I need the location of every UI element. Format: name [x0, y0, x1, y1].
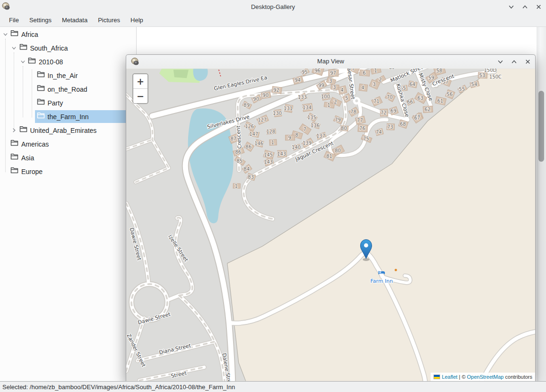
house-number: 128: [266, 129, 275, 134]
folder-icon: [19, 44, 27, 51]
chevron-down-icon[interactable]: [11, 45, 17, 52]
house-number: 62: [425, 107, 431, 112]
map-canvas[interactable]: 9596979499334576123410013321134717064656…: [126, 69, 535, 381]
house-number: 150C: [489, 74, 502, 79]
sidebar-item-label: United_Arab_Emirates: [28, 125, 101, 136]
map-window-title: Map View: [126, 58, 535, 65]
house-number: 143: [264, 159, 273, 165]
sidebar-item-americas[interactable]: Americas: [2, 137, 52, 151]
tree-spacer: [28, 86, 35, 93]
house-number: 6: [363, 70, 365, 76]
house-number: 87: [230, 136, 236, 141]
house-number: 95: [302, 70, 308, 75]
maximize-button[interactable]: [521, 3, 529, 10]
poi-dot: [395, 269, 397, 271]
house-number: 55: [459, 87, 465, 92]
sidebar-item-in-the-air[interactable]: In_the_Air: [28, 69, 82, 82]
chevron-right-icon[interactable]: [11, 127, 17, 134]
osm-link[interactable]: OpenStreetMap: [467, 374, 504, 380]
house-number: 68: [400, 122, 406, 127]
house-number: 1: [327, 103, 330, 108]
map-minimize-button[interactable]: [496, 58, 504, 65]
house-number: 75: [363, 136, 369, 141]
map-close-button[interactable]: [524, 58, 531, 65]
house-number: 90: [262, 93, 269, 98]
house-number: 3: [333, 85, 336, 90]
folder-icon: [10, 139, 18, 147]
sidebar-item-label: 2010-08: [37, 57, 67, 67]
house-number: 126: [245, 124, 254, 129]
scrollbar-thumb[interactable]: [538, 91, 544, 162]
house-number: 145: [264, 152, 273, 157]
house-number: 99: [318, 83, 324, 88]
house-number: 85: [236, 158, 243, 164]
statusbar-text: Selected: /home/zb_bamboo/DEV/images/Afr…: [0, 383, 235, 391]
house-number: 2: [379, 77, 381, 82]
map-maximize-button[interactable]: [510, 58, 518, 65]
folder-icon: [37, 98, 45, 105]
house-number: 4: [361, 85, 364, 90]
house-number: 63: [417, 96, 424, 101]
menu-file[interactable]: File: [4, 15, 24, 26]
zoom-control: + −: [132, 73, 148, 104]
house-number: 73: [387, 124, 393, 130]
house-number: 146: [254, 141, 263, 146]
sidebar-item-label: Europe: [19, 166, 46, 177]
main-titlebar[interactable]: Desktop-Gallery: [0, 0, 546, 14]
attribution-copy: ©: [462, 374, 467, 380]
house-number: 97: [330, 70, 336, 76]
house-number: 71: [373, 99, 380, 104]
house-number: 135: [307, 115, 316, 120]
minimize-button[interactable]: [507, 3, 515, 10]
house-number: 78: [350, 109, 356, 114]
house-number: 5: [345, 96, 348, 101]
tree-spacer: [2, 168, 9, 175]
house-number: 72: [381, 110, 387, 115]
leaflet-map[interactable]: 9596979499334576123410013321134717064656…: [126, 69, 535, 381]
sidebar-item-label: Asia: [19, 153, 38, 163]
sidebar-item-party[interactable]: Party: [28, 96, 67, 110]
zoom-in-button[interactable]: +: [133, 74, 147, 89]
house-number: 100: [321, 94, 330, 99]
house-number: 80: [341, 126, 347, 131]
sidebar-item-label: South_Africa: [28, 43, 72, 53]
sidebar-item-asia[interactable]: Asia: [2, 151, 38, 165]
vertical-scrollbar[interactable]: [537, 27, 546, 381]
house-number: 1: [374, 69, 377, 73]
folder-icon: [10, 153, 18, 160]
house-number: 3: [329, 78, 332, 84]
sidebar-item-africa[interactable]: Africa: [2, 27, 42, 41]
map-titlebar[interactable]: Map View: [126, 55, 535, 69]
house-number: 25: [389, 69, 395, 70]
house-number: 96: [314, 69, 321, 73]
house-number: 7: [303, 127, 306, 132]
house-number: 59: [428, 75, 434, 80]
sidebar-item-south-africa[interactable]: South_Africa: [11, 41, 72, 55]
house-number: 131: [284, 106, 293, 111]
close-button[interactable]: [535, 3, 542, 10]
sidebar-item-2010-08[interactable]: 2010-08: [19, 55, 67, 69]
house-number: 54: [471, 82, 477, 87]
house-number: 139: [303, 140, 312, 146]
house-number: 136: [311, 123, 320, 128]
menu-pictures[interactable]: Pictures: [93, 15, 125, 26]
sidebar-item-the-farm-inn[interactable]: the_Farm_Inn: [28, 110, 93, 123]
map-attribution: Leaflet | © OpenStreetMap contributors: [431, 373, 535, 381]
map-view-window: Map View: [126, 54, 536, 381]
chevron-down-icon[interactable]: [2, 31, 9, 38]
house-number: 86: [245, 144, 251, 149]
house-number: 3: [373, 82, 375, 87]
sidebar-item-label: on_the_Road: [46, 84, 91, 95]
leaflet-link[interactable]: Leaflet: [442, 374, 458, 380]
menu-help[interactable]: Help: [125, 15, 148, 26]
sidebar-item-on-the-road[interactable]: on_the_Road: [28, 82, 91, 96]
menu-metadata[interactable]: Metadata: [57, 15, 93, 26]
sidebar-item-europe[interactable]: Europe: [2, 165, 46, 178]
zoom-out-button[interactable]: −: [133, 89, 147, 103]
house-number: 137: [316, 133, 325, 139]
menu-settings[interactable]: Settings: [24, 15, 57, 26]
house-number: 64: [409, 82, 416, 87]
chevron-down-icon[interactable]: [19, 59, 26, 65]
sidebar-item-united-arab-emirates[interactable]: United_Arab_Emirates: [11, 123, 101, 137]
poi-label: Farm Inn: [371, 278, 393, 284]
